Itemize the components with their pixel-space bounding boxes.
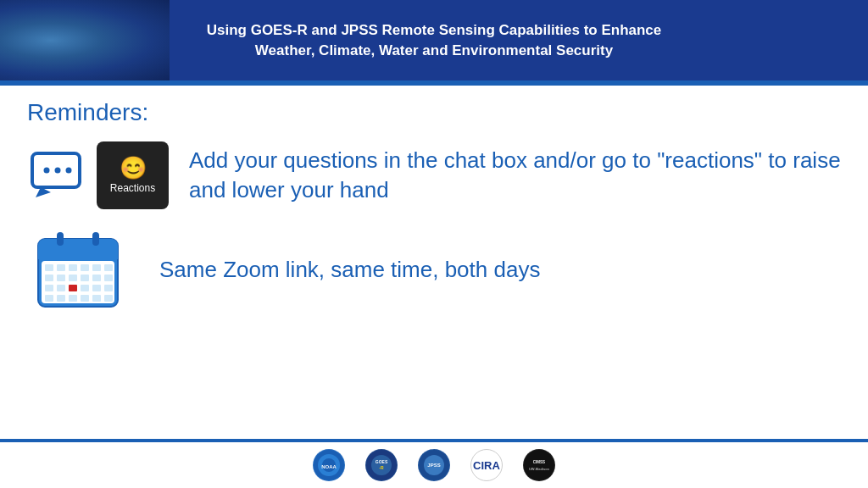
svg-rect-29 <box>45 295 53 302</box>
svg-rect-19 <box>69 274 77 281</box>
svg-rect-24 <box>57 285 65 291</box>
calendar-icon <box>27 219 129 321</box>
svg-text:GOES: GOES <box>376 459 388 464</box>
svg-point-1 <box>44 168 50 174</box>
svg-rect-22 <box>104 274 113 281</box>
noaa-logo: NOAA <box>313 449 345 481</box>
main-content: Reminders: 😊 Reactions Add your question… <box>0 86 868 439</box>
chat-bubble-svg <box>29 147 86 204</box>
jpss-svg: JPSS <box>418 449 450 481</box>
header-line2: Weather, Climate, Water and Environmenta… <box>207 41 662 61</box>
svg-rect-32 <box>81 295 89 302</box>
cira-text: CIRA <box>473 459 500 472</box>
svg-text:CIMSS: CIMSS <box>533 460 545 464</box>
header-line1: Using GOES-R and JPSS Remote Sensing Cap… <box>207 20 662 41</box>
svg-point-46 <box>524 450 554 480</box>
svg-rect-12 <box>57 264 65 271</box>
reminder-text-1: Add your questions in the chat box and/o… <box>189 146 841 205</box>
svg-rect-23 <box>45 285 53 291</box>
reminder-row-1: 😊 Reactions Add your questions in the ch… <box>27 141 841 209</box>
reactions-label: Reactions <box>110 182 155 194</box>
cira-logo: CIRA <box>470 449 503 481</box>
svg-rect-28 <box>104 285 113 291</box>
svg-rect-33 <box>92 295 101 302</box>
svg-point-2 <box>55 168 61 174</box>
svg-text:NOAA: NOAA <box>321 464 337 469</box>
svg-rect-34 <box>104 295 113 302</box>
svg-point-3 <box>66 168 72 174</box>
reactions-button[interactable]: 😊 Reactions <box>97 141 169 209</box>
svg-rect-9 <box>92 232 99 246</box>
reactions-emoji-icon: 😊 <box>120 157 147 179</box>
svg-rect-21 <box>92 274 101 281</box>
reminder-text-2: Same Zoom link, same time, both days <box>159 255 540 285</box>
svg-rect-27 <box>92 285 101 291</box>
svg-rect-11 <box>45 264 53 271</box>
svg-rect-25 <box>69 285 77 291</box>
reminders-title: Reminders: <box>27 99 841 126</box>
goes-svg: GOES -R <box>365 449 398 481</box>
svg-rect-16 <box>104 264 113 271</box>
svg-rect-31 <box>69 295 77 302</box>
svg-text:-R: -R <box>379 465 384 470</box>
reminder-row-2: Same Zoom link, same time, both days <box>27 219 841 321</box>
svg-text:UW-Madison: UW-Madison <box>529 467 550 471</box>
svg-text:JPSS: JPSS <box>427 463 440 468</box>
header: Using GOES-R and JPSS Remote Sensing Cap… <box>0 0 868 80</box>
svg-rect-30 <box>57 295 65 302</box>
svg-rect-13 <box>69 264 77 271</box>
icons-group-1: 😊 Reactions <box>27 141 169 209</box>
jpss-logo: JPSS <box>418 449 450 481</box>
svg-rect-14 <box>81 264 89 271</box>
footer: NOAA GOES -R JPSS CIRA <box>0 439 868 488</box>
svg-rect-17 <box>45 274 53 281</box>
footer-logos: NOAA GOES -R JPSS CIRA <box>0 442 868 488</box>
noaa-svg: NOAA <box>313 449 345 481</box>
svg-rect-20 <box>81 274 89 281</box>
calendar-svg <box>31 224 125 317</box>
header-text: Using GOES-R and JPSS Remote Sensing Cap… <box>207 20 662 61</box>
svg-rect-7 <box>38 249 118 259</box>
cimss-svg: CIMSS UW-Madison <box>523 449 555 481</box>
cimss-logo: CIMSS UW-Madison <box>523 449 555 481</box>
goes-logo: GOES -R <box>365 449 398 481</box>
svg-rect-15 <box>92 264 101 271</box>
svg-rect-26 <box>81 285 89 291</box>
chat-icon <box>27 145 88 206</box>
svg-rect-8 <box>57 232 64 246</box>
svg-rect-18 <box>57 274 65 281</box>
header-background <box>0 0 170 80</box>
